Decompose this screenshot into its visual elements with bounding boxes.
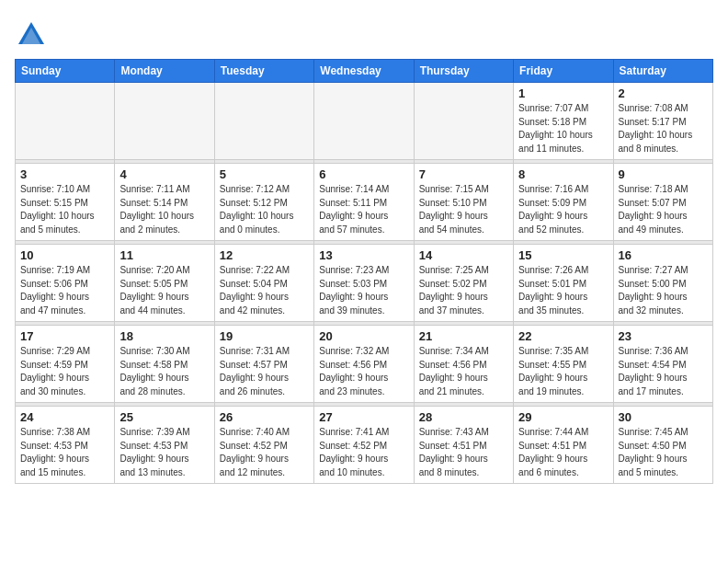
calendar-week-5: 24Sunrise: 7:38 AM Sunset: 4:53 PM Dayli…: [16, 407, 713, 484]
day-number: 2: [619, 86, 708, 100]
day-info: Sunrise: 7:15 AM Sunset: 5:10 PM Dayligh…: [419, 183, 508, 236]
day-number: 26: [220, 410, 309, 424]
day-info: Sunrise: 7:26 AM Sunset: 5:01 PM Dayligh…: [518, 264, 608, 317]
weekday-header-wednesday: Wednesday: [314, 60, 414, 83]
day-number: 19: [220, 329, 309, 343]
weekday-header-tuesday: Tuesday: [214, 60, 313, 83]
calendar-cell: 11Sunrise: 7:20 AM Sunset: 5:05 PM Dayli…: [115, 245, 214, 322]
calendar-cell: 18Sunrise: 7:30 AM Sunset: 4:58 PM Dayli…: [115, 326, 214, 403]
calendar-cell: 28Sunrise: 7:43 AM Sunset: 4:51 PM Dayli…: [414, 407, 513, 484]
calendar-cell: 26Sunrise: 7:40 AM Sunset: 4:52 PM Dayli…: [214, 407, 313, 484]
weekday-header-sunday: Sunday: [16, 60, 115, 83]
day-number: 9: [619, 167, 708, 181]
calendar-cell: 25Sunrise: 7:39 AM Sunset: 4:53 PM Dayli…: [115, 407, 214, 484]
day-number: 30: [619, 410, 708, 424]
calendar-body: 1Sunrise: 7:07 AM Sunset: 5:18 PM Daylig…: [16, 83, 713, 484]
calendar-cell: [16, 83, 115, 160]
calendar-cell: 13Sunrise: 7:23 AM Sunset: 5:03 PM Dayli…: [314, 245, 414, 322]
day-number: 24: [20, 410, 109, 424]
day-info: Sunrise: 7:08 AM Sunset: 5:17 PM Dayligh…: [619, 102, 708, 155]
calendar-cell: 12Sunrise: 7:22 AM Sunset: 5:04 PM Dayli…: [214, 245, 313, 322]
day-info: Sunrise: 7:12 AM Sunset: 5:12 PM Dayligh…: [220, 183, 309, 236]
calendar-cell: 5Sunrise: 7:12 AM Sunset: 5:12 PM Daylig…: [214, 164, 313, 241]
calendar-cell: 9Sunrise: 7:18 AM Sunset: 5:07 PM Daylig…: [613, 164, 712, 241]
calendar-cell: 15Sunrise: 7:26 AM Sunset: 5:01 PM Dayli…: [514, 245, 613, 322]
day-number: 7: [419, 167, 508, 181]
day-number: 1: [518, 86, 608, 100]
day-info: Sunrise: 7:19 AM Sunset: 5:06 PM Dayligh…: [20, 264, 109, 317]
day-number: 21: [419, 329, 508, 343]
calendar-week-2: 3Sunrise: 7:10 AM Sunset: 5:15 PM Daylig…: [16, 164, 713, 241]
day-number: 10: [20, 248, 109, 262]
calendar-cell: 21Sunrise: 7:34 AM Sunset: 4:56 PM Dayli…: [414, 326, 513, 403]
calendar-cell: 6Sunrise: 7:14 AM Sunset: 5:11 PM Daylig…: [314, 164, 414, 241]
calendar-cell: 3Sunrise: 7:10 AM Sunset: 5:15 PM Daylig…: [16, 164, 115, 241]
day-info: Sunrise: 7:11 AM Sunset: 5:14 PM Dayligh…: [119, 183, 209, 236]
calendar-cell: [115, 83, 214, 160]
day-info: Sunrise: 7:44 AM Sunset: 4:51 PM Dayligh…: [518, 426, 608, 479]
day-info: Sunrise: 7:23 AM Sunset: 5:03 PM Dayligh…: [319, 264, 408, 317]
day-info: Sunrise: 7:14 AM Sunset: 5:11 PM Dayligh…: [319, 183, 408, 236]
logo-icon: [15, 18, 48, 52]
day-info: Sunrise: 7:20 AM Sunset: 5:05 PM Dayligh…: [119, 264, 209, 317]
day-number: 16: [619, 248, 708, 262]
calendar-week-4: 17Sunrise: 7:29 AM Sunset: 4:59 PM Dayli…: [16, 326, 713, 403]
day-number: 28: [419, 410, 508, 424]
day-number: 23: [619, 329, 708, 343]
day-info: Sunrise: 7:45 AM Sunset: 4:50 PM Dayligh…: [619, 426, 708, 479]
logo: [15, 15, 51, 52]
day-info: Sunrise: 7:41 AM Sunset: 4:52 PM Dayligh…: [319, 426, 408, 479]
weekday-header-monday: Monday: [115, 60, 214, 83]
day-info: Sunrise: 7:29 AM Sunset: 4:59 PM Dayligh…: [20, 345, 109, 398]
day-number: 8: [518, 167, 608, 181]
day-info: Sunrise: 7:30 AM Sunset: 4:58 PM Dayligh…: [119, 345, 209, 398]
day-number: 17: [20, 329, 109, 343]
calendar-cell: 2Sunrise: 7:08 AM Sunset: 5:17 PM Daylig…: [613, 83, 712, 160]
calendar-cell: 4Sunrise: 7:11 AM Sunset: 5:14 PM Daylig…: [115, 164, 214, 241]
weekday-header-saturday: Saturday: [613, 60, 712, 83]
day-info: Sunrise: 7:35 AM Sunset: 4:55 PM Dayligh…: [518, 345, 608, 398]
day-info: Sunrise: 7:25 AM Sunset: 5:02 PM Dayligh…: [419, 264, 508, 317]
day-number: 13: [319, 248, 408, 262]
day-number: 14: [419, 248, 508, 262]
day-info: Sunrise: 7:40 AM Sunset: 4:52 PM Dayligh…: [220, 426, 309, 479]
calendar-cell: 22Sunrise: 7:35 AM Sunset: 4:55 PM Dayli…: [514, 326, 613, 403]
day-info: Sunrise: 7:10 AM Sunset: 5:15 PM Dayligh…: [20, 183, 109, 236]
day-number: 18: [119, 329, 209, 343]
calendar-cell: 10Sunrise: 7:19 AM Sunset: 5:06 PM Dayli…: [16, 245, 115, 322]
day-info: Sunrise: 7:31 AM Sunset: 4:57 PM Dayligh…: [220, 345, 309, 398]
calendar-cell: 23Sunrise: 7:36 AM Sunset: 4:54 PM Dayli…: [613, 326, 712, 403]
day-info: Sunrise: 7:38 AM Sunset: 4:53 PM Dayligh…: [20, 426, 109, 479]
day-info: Sunrise: 7:07 AM Sunset: 5:18 PM Dayligh…: [518, 102, 608, 155]
day-number: 4: [119, 167, 209, 181]
day-number: 15: [518, 248, 608, 262]
calendar-cell: 14Sunrise: 7:25 AM Sunset: 5:02 PM Dayli…: [414, 245, 513, 322]
day-info: Sunrise: 7:36 AM Sunset: 4:54 PM Dayligh…: [619, 345, 708, 398]
day-info: Sunrise: 7:34 AM Sunset: 4:56 PM Dayligh…: [419, 345, 508, 398]
day-number: 11: [119, 248, 209, 262]
calendar-cell: 29Sunrise: 7:44 AM Sunset: 4:51 PM Dayli…: [514, 407, 613, 484]
calendar-cell: 1Sunrise: 7:07 AM Sunset: 5:18 PM Daylig…: [514, 83, 613, 160]
day-number: 22: [518, 329, 608, 343]
day-info: Sunrise: 7:43 AM Sunset: 4:51 PM Dayligh…: [419, 426, 508, 479]
calendar-cell: 24Sunrise: 7:38 AM Sunset: 4:53 PM Dayli…: [16, 407, 115, 484]
calendar-cell: 7Sunrise: 7:15 AM Sunset: 5:10 PM Daylig…: [414, 164, 513, 241]
weekday-header-friday: Friday: [514, 60, 613, 83]
day-number: 6: [319, 167, 408, 181]
day-number: 27: [319, 410, 408, 424]
day-number: 3: [20, 167, 109, 181]
calendar-cell: 8Sunrise: 7:16 AM Sunset: 5:09 PM Daylig…: [514, 164, 613, 241]
calendar-cell: 17Sunrise: 7:29 AM Sunset: 4:59 PM Dayli…: [16, 326, 115, 403]
day-info: Sunrise: 7:27 AM Sunset: 5:00 PM Dayligh…: [619, 264, 708, 317]
calendar-cell: [214, 83, 313, 160]
day-number: 29: [518, 410, 608, 424]
weekday-header-row: SundayMondayTuesdayWednesdayThursdayFrid…: [16, 60, 713, 83]
calendar-week-3: 10Sunrise: 7:19 AM Sunset: 5:06 PM Dayli…: [16, 245, 713, 322]
day-info: Sunrise: 7:22 AM Sunset: 5:04 PM Dayligh…: [220, 264, 309, 317]
day-info: Sunrise: 7:32 AM Sunset: 4:56 PM Dayligh…: [319, 345, 408, 398]
calendar-cell: 19Sunrise: 7:31 AM Sunset: 4:57 PM Dayli…: [214, 326, 313, 403]
calendar-cell: 27Sunrise: 7:41 AM Sunset: 4:52 PM Dayli…: [314, 407, 414, 484]
page: SundayMondayTuesdayWednesdayThursdayFrid…: [0, 0, 728, 495]
calendar: SundayMondayTuesdayWednesdayThursdayFrid…: [15, 59, 713, 484]
calendar-cell: [314, 83, 414, 160]
